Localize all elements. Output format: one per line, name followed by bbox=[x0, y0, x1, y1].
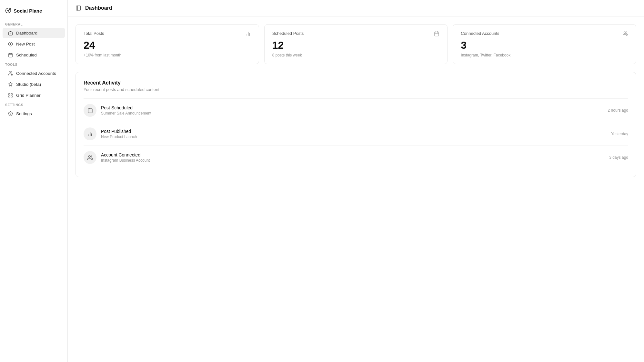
scheduled-label: Scheduled bbox=[16, 53, 37, 57]
magic-icon bbox=[8, 82, 13, 87]
studio-label: Studio (beta) bbox=[16, 82, 41, 87]
activity-item-3-sub: Instagram Business Account bbox=[101, 158, 150, 163]
new-post-label: New Post bbox=[16, 42, 35, 46]
calendar-icon-stat bbox=[434, 31, 439, 36]
activity-item-left-3: Account Connected Instagram Business Acc… bbox=[84, 151, 150, 164]
app-name: Social Plane bbox=[14, 8, 42, 14]
activity-item-text: Post Scheduled Summer Sale Announcement bbox=[101, 105, 151, 116]
svg-rect-10 bbox=[8, 93, 10, 95]
total-posts-sub: +10% from last month bbox=[84, 53, 251, 57]
sidebar-item-grid-planner[interactable]: Grid Planner bbox=[3, 90, 65, 100]
total-posts-label: Total Posts bbox=[84, 31, 104, 36]
home-icon bbox=[8, 30, 13, 35]
users-icon-stat bbox=[623, 31, 628, 36]
activity-item-1-title: Post Scheduled bbox=[101, 105, 151, 110]
activity-item-1-sub: Summer Sale Announcement bbox=[101, 111, 151, 116]
activity-item-1-time: 2 hours ago bbox=[608, 108, 628, 113]
grid-icon bbox=[8, 93, 13, 98]
sidebar-toggle-icon[interactable] bbox=[75, 5, 81, 11]
activity-item-post-published: Post Published New Product Launch Yester… bbox=[84, 122, 628, 146]
svg-rect-11 bbox=[11, 93, 12, 95]
plus-circle-icon bbox=[8, 41, 13, 46]
activity-item-3-title: Account Connected bbox=[101, 152, 150, 157]
scheduled-posts-label: Scheduled Posts bbox=[272, 31, 304, 36]
activity-title: Recent Activity bbox=[84, 80, 628, 86]
scheduled-posts-sub: 8 posts this week bbox=[272, 53, 440, 57]
settings-icon bbox=[8, 111, 13, 116]
scheduled-posts-header: Scheduled Posts bbox=[272, 31, 440, 36]
calendar-activity-icon bbox=[84, 104, 96, 117]
grid-planner-label: Grid Planner bbox=[16, 93, 41, 98]
page-title: Dashboard bbox=[85, 5, 112, 11]
activity-item-left: Post Scheduled Summer Sale Announcement bbox=[84, 104, 151, 117]
app-logo: Social Plane bbox=[0, 5, 67, 20]
activity-item-post-scheduled: Post Scheduled Summer Sale Announcement … bbox=[84, 98, 628, 122]
svg-rect-13 bbox=[8, 96, 10, 97]
svg-point-14 bbox=[10, 113, 11, 114]
activity-section: Recent Activity Your recent posts and sc… bbox=[75, 72, 636, 177]
sidebar: Social Plane GENERAL Dashboard New Post bbox=[0, 0, 68, 362]
sidebar-item-dashboard[interactable]: Dashboard bbox=[3, 28, 65, 38]
svg-point-24 bbox=[624, 32, 626, 34]
sidebar-item-settings[interactable]: Settings bbox=[3, 108, 65, 119]
bar-chart-icon bbox=[246, 31, 251, 36]
svg-rect-20 bbox=[435, 32, 439, 36]
activity-item-2-sub: New Product Launch bbox=[101, 135, 137, 139]
svg-rect-15 bbox=[76, 6, 81, 10]
svg-point-0 bbox=[9, 8, 11, 10]
users-activity-icon bbox=[84, 151, 96, 164]
svg-rect-12 bbox=[11, 96, 12, 97]
connected-accounts-label: Connected Accounts bbox=[461, 31, 499, 36]
main-header: Dashboard bbox=[68, 0, 644, 16]
settings-section-label: SETTINGS bbox=[0, 101, 67, 108]
activity-item-left-2: Post Published New Product Launch bbox=[84, 127, 137, 140]
svg-point-32 bbox=[88, 156, 90, 157]
sidebar-item-scheduled[interactable]: Scheduled bbox=[3, 50, 65, 60]
users-icon-sidebar bbox=[8, 71, 13, 76]
activity-item-2-time: Yesterday bbox=[611, 132, 628, 136]
svg-marker-9 bbox=[8, 82, 13, 86]
total-posts-card: Total Posts 24 +10% from last month bbox=[75, 24, 259, 64]
activity-item-text-2: Post Published New Product Launch bbox=[101, 129, 137, 139]
sidebar-item-studio[interactable]: Studio (beta) bbox=[3, 79, 65, 89]
connected-accounts-card: Connected Accounts 3 Instagram, Twitter,… bbox=[453, 24, 636, 64]
main-content: Dashboard Total Posts 24 +1 bbox=[68, 0, 644, 362]
settings-label: Settings bbox=[16, 111, 32, 116]
sidebar-item-connected-accounts[interactable]: Connected Accounts bbox=[3, 68, 65, 78]
tools-section-label: TOOLS bbox=[0, 60, 67, 68]
svg-rect-25 bbox=[88, 109, 92, 113]
svg-rect-4 bbox=[8, 53, 12, 57]
connected-accounts-label: Connected Accounts bbox=[16, 71, 56, 76]
stats-row: Total Posts 24 +10% from last month Sche… bbox=[75, 24, 636, 64]
bar-chart-activity-icon bbox=[84, 127, 96, 140]
total-posts-value: 24 bbox=[84, 40, 251, 51]
activity-item-2-title: Post Published bbox=[101, 129, 137, 134]
scheduled-posts-value: 12 bbox=[272, 40, 440, 51]
calendar-icon-sidebar bbox=[8, 52, 13, 57]
activity-item-text-3: Account Connected Instagram Business Acc… bbox=[101, 152, 150, 163]
dashboard-label: Dashboard bbox=[16, 31, 37, 35]
sidebar-item-new-post[interactable]: New Post bbox=[3, 39, 65, 49]
logo-icon bbox=[5, 8, 11, 14]
general-section-label: GENERAL bbox=[0, 20, 67, 27]
svg-point-8 bbox=[9, 71, 11, 73]
scheduled-posts-card: Scheduled Posts 12 8 posts this week bbox=[264, 24, 448, 64]
connected-accounts-sub: Instagram, Twitter, Facebook bbox=[461, 53, 628, 57]
connected-accounts-header: Connected Accounts bbox=[461, 31, 628, 36]
activity-subtitle: Your recent posts and scheduled content bbox=[84, 87, 628, 92]
activity-item-account-connected: Account Connected Instagram Business Acc… bbox=[84, 146, 628, 169]
main-body: Total Posts 24 +10% from last month Sche… bbox=[68, 16, 644, 185]
activity-item-3-time: 3 days ago bbox=[609, 155, 628, 160]
connected-accounts-value: 3 bbox=[461, 40, 628, 51]
total-posts-header: Total Posts bbox=[84, 31, 251, 36]
